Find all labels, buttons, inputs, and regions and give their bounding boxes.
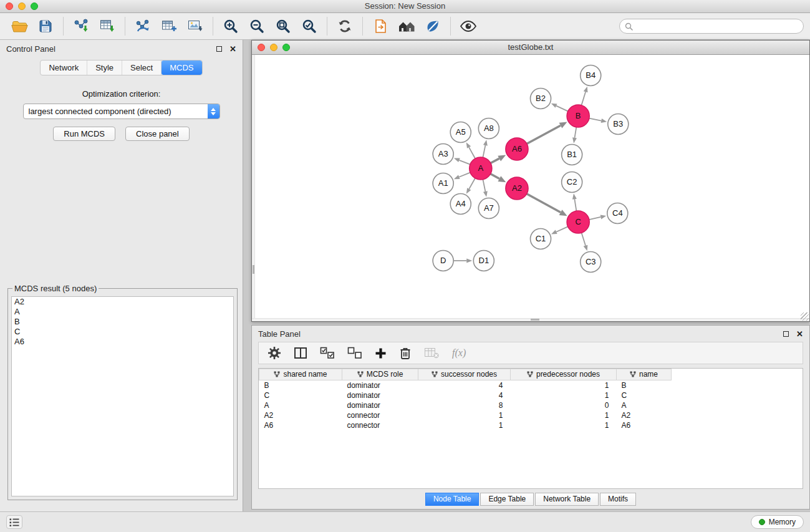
graph-edge-B-B1[interactable] [572,127,577,143]
graph-node-A4[interactable]: A4 [450,194,471,215]
zoom-network-window-button[interactable] [282,44,290,51]
graph-node-C3[interactable]: C3 [581,252,601,273]
import-table-from-file-button[interactable] [94,15,120,37]
graph-node-C2[interactable]: C2 [562,172,582,193]
close-window-button[interactable] [6,2,13,10]
import-network-from-file-button[interactable] [68,15,94,37]
horizontal-scrollbar[interactable] [252,318,809,321]
graph-node-D[interactable]: D [433,251,453,271]
table-cell[interactable]: A6 [259,420,342,430]
optimization-criterion-dropdown[interactable]: largest connected component (directed) [23,104,220,119]
table-cell[interactable]: connector [342,420,418,430]
new-table-button[interactable] [156,15,182,37]
search-input[interactable] [636,22,798,31]
table-cell[interactable]: C [259,390,342,400]
graph-edge-D-D1[interactable] [453,259,472,263]
table-cell[interactable]: 1 [418,410,511,420]
graph-edge-C-C1[interactable] [551,226,568,234]
run-mcds-button[interactable]: Run MCDS [53,127,115,141]
close-network-window-button[interactable] [258,44,265,51]
delete-row-button[interactable] [399,346,412,360]
graph-node-D1[interactable]: D1 [473,251,494,271]
graph-edge-C-C3[interactable] [582,233,588,251]
table-cell[interactable]: A6 [617,420,672,430]
table-cell[interactable]: 1 [511,410,617,420]
open-file-button[interactable] [6,15,32,37]
table-cell[interactable]: 1 [511,390,617,400]
mcds-result-item[interactable]: B [12,317,233,327]
table-tab-node-table[interactable]: Node Table [425,493,480,506]
graph-edge-A-A8[interactable] [483,140,487,157]
function-builder-button[interactable]: f(x) [452,347,466,359]
float-panel-icon[interactable] [216,46,222,52]
network-window-titlebar[interactable]: testGlobe.txt [252,41,809,55]
column-header-name[interactable]: name [617,369,672,380]
export-image-button[interactable] [182,15,208,37]
table-cell[interactable]: dominator [342,390,418,400]
minimize-window-button[interactable] [18,2,26,10]
mcds-result-item[interactable]: A6 [12,337,233,347]
table-cell[interactable]: 8 [418,400,511,410]
copy-page-button[interactable] [367,15,393,37]
table-cell[interactable]: 1 [511,380,617,390]
graph-edge-C-C2[interactable] [572,193,577,211]
show-panels-button[interactable] [6,515,22,529]
graph-node-B3[interactable]: B3 [608,114,629,135]
graph-edge-A-A6[interactable] [491,155,506,163]
columns-button[interactable] [294,347,307,359]
graph-node-B4[interactable]: B4 [581,65,601,86]
graph-edge-A6-B[interactable] [527,122,567,144]
graphics-details-button[interactable] [420,15,446,37]
minimize-network-window-button[interactable] [270,44,277,51]
table-cell[interactable]: A2 [259,410,342,420]
memory-button[interactable]: Memory [751,515,804,529]
close-table-panel-icon[interactable]: ✕ [796,330,803,338]
close-panel-icon[interactable]: ✕ [229,45,236,53]
graph-node-A[interactable]: A [470,157,492,180]
mcds-result-item[interactable]: A2 [12,297,233,307]
graph-edge-A-A3[interactable] [454,158,470,165]
network-canvas[interactable]: B4B2BB3A5A8A6A3B1AC2A1A2A4A7C4CC1DD1C3 [252,55,809,321]
vertical-scrollbar-thumb[interactable] [253,265,254,274]
table-tab-motifs[interactable]: Motifs [600,493,636,506]
graph-node-A1[interactable]: A1 [433,173,453,194]
save-session-button[interactable] [32,15,59,37]
table-cell[interactable]: C [617,390,672,400]
graph-edge-B-B2[interactable] [551,104,568,112]
graph-node-A8[interactable]: A8 [478,118,499,139]
table-row[interactable]: A6connector11A6 [259,420,803,430]
graph-edge-A2-C[interactable] [527,194,567,216]
dropdown-stepper-icon[interactable] [208,104,219,118]
column-header-shared-name[interactable]: shared name [259,369,342,380]
graph-node-C[interactable]: C [567,211,589,233]
table-row[interactable]: Bdominator41B [259,380,803,390]
show-eye-button[interactable] [455,15,481,37]
graph-edge-C-C4[interactable] [589,215,606,220]
graph-edge-A-A5[interactable] [466,142,475,158]
graph-node-A3[interactable]: A3 [433,144,453,165]
graph-edge-A-A4[interactable] [466,178,475,194]
graph-edge-A-A2[interactable] [491,174,506,183]
deselect-all-button[interactable] [347,347,362,359]
table-row[interactable]: A2connector11A2 [259,410,803,420]
zoom-out-button[interactable] [244,15,270,37]
graph-edge-B-B4[interactable] [581,87,587,105]
column-header-successor-nodes[interactable]: successor nodes [418,369,511,380]
graph-edge-B-B3[interactable] [589,118,607,123]
table-cell[interactable]: B [617,380,672,390]
graph-edge-A-A7[interactable] [483,180,487,197]
graph-node-B1[interactable]: B1 [562,145,582,165]
table-cell[interactable]: B [259,380,342,390]
table-cell[interactable]: connector [342,410,418,420]
column-header-predecessor-nodes[interactable]: predecessor nodes [511,369,617,380]
graph-node-C4[interactable]: C4 [607,203,628,224]
table-tab-network-table[interactable]: Network Table [535,493,599,506]
zoom-selected-button[interactable] [296,15,322,37]
zoom-window-button[interactable] [31,2,38,10]
close-panel-button[interactable]: Close panel [125,127,190,141]
graph-node-A5[interactable]: A5 [450,122,471,143]
table-cell[interactable]: A [617,400,672,410]
vertical-scrollbar[interactable] [252,55,255,321]
graph-node-A2[interactable]: A2 [506,177,528,200]
table-cell[interactable]: 0 [511,400,617,410]
